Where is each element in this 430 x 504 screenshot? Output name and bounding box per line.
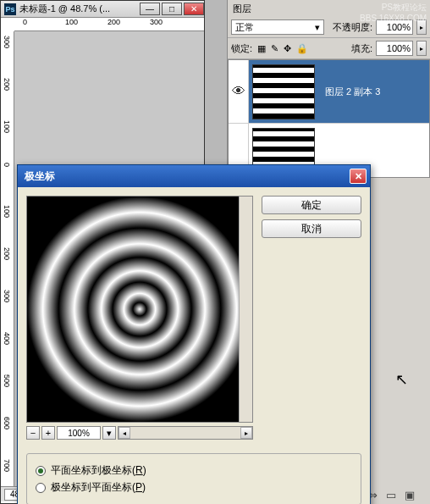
- polar-options-group: 平面坐标到极坐标(R) 极坐标到平面坐标(P): [26, 453, 361, 504]
- ruler-horizontal[interactable]: 0 100 200 300: [14, 18, 204, 31]
- radio-icon[interactable]: [36, 466, 46, 476]
- new-layer-icon[interactable]: ▣: [405, 489, 415, 501]
- dialog-titlebar[interactable]: 极坐标 ✕: [18, 165, 370, 187]
- scroll-right-icon[interactable]: ▸: [240, 427, 252, 439]
- zoom-out-button[interactable]: −: [26, 426, 40, 440]
- scroll-left-icon[interactable]: ◂: [119, 427, 130, 439]
- lock-move-icon[interactable]: ✥: [284, 43, 291, 54]
- preview-scrollbar-horizontal[interactable]: ◂ ▸: [118, 426, 253, 440]
- ruler-vertical[interactable]: 300 200 100 0 100 200 300 400 500 600 70…: [1, 31, 14, 486]
- document-titlebar[interactable]: Ps 未标题-1 @ 48.7% (... — □ ✕: [1, 1, 204, 18]
- chevron-down-icon: ▾: [315, 22, 320, 33]
- layer-visibility-icon[interactable]: 👁: [229, 60, 249, 123]
- layers-footer: ⇔ ▭ ▣: [363, 485, 420, 504]
- dialog-title: 极坐标: [25, 169, 55, 184]
- layer-name[interactable]: 图层 2 副本 3: [318, 86, 380, 98]
- lock-icons: ▦ ✎ ✥ 🔒: [257, 43, 308, 54]
- lock-all-icon[interactable]: 🔒: [296, 43, 308, 54]
- layer-row[interactable]: 👁 图层 2 副本 3: [229, 60, 429, 124]
- fill-label: 填充:: [351, 42, 372, 55]
- ok-button[interactable]: 确定: [262, 196, 361, 214]
- polar-coordinates-dialog: 极坐标 ✕: [17, 164, 371, 504]
- fill-flyout[interactable]: ▸: [416, 41, 427, 56]
- cancel-button[interactable]: 取消: [262, 219, 361, 238]
- new-group-icon[interactable]: ▭: [386, 489, 396, 501]
- watermark: PS教程论坛 BBS.16XX8.COM: [360, 2, 427, 23]
- preview-scrollbar-vertical[interactable]: [239, 197, 252, 423]
- layers-list[interactable]: 👁 图层 2 副本 3: [228, 59, 430, 178]
- blend-mode-select[interactable]: 正常 ▾: [231, 19, 324, 35]
- lock-paint-icon[interactable]: ✎: [271, 43, 278, 54]
- maximize-button[interactable]: □: [162, 3, 182, 15]
- radio-icon[interactable]: [36, 483, 46, 493]
- svg-rect-0: [27, 197, 252, 422]
- minimize-button[interactable]: —: [140, 3, 160, 15]
- document-title: 未标题-1 @ 48.7% (...: [19, 3, 140, 15]
- close-button[interactable]: ✕: [184, 3, 204, 15]
- zoom-in-button[interactable]: +: [41, 426, 55, 440]
- layer-thumbnail[interactable]: [252, 64, 315, 119]
- dialog-close-button[interactable]: ✕: [350, 169, 367, 184]
- fill-input[interactable]: 100%: [376, 41, 413, 56]
- zoom-dropdown[interactable]: ▾: [102, 426, 116, 440]
- photoshop-icon: Ps: [4, 3, 16, 15]
- lock-label: 锁定:: [231, 42, 252, 55]
- lock-transparency-icon[interactable]: ▦: [257, 43, 266, 54]
- option-rect-to-polar[interactable]: 平面坐标到极坐标(R): [36, 463, 352, 478]
- option-polar-to-rect[interactable]: 极坐标到平面坐标(P): [36, 480, 352, 495]
- preview-image[interactable]: [26, 196, 253, 423]
- zoom-value[interactable]: 100%: [57, 426, 101, 440]
